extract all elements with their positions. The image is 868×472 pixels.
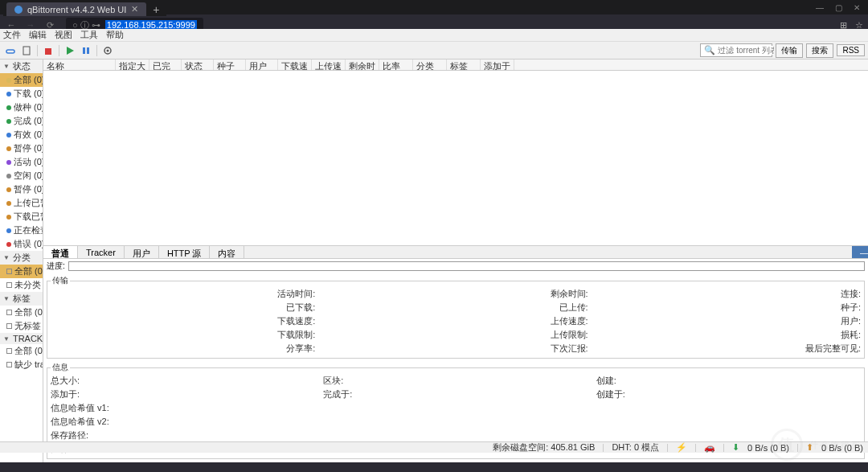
statusbar: 剩余磁盘空间: 405.81 GiB DHT: 0 模点 ⚡ 🚗 ⬇ 0 B/s… [0, 441, 868, 453]
sidebar-item-label: 下载已暂停 (0) [14, 211, 43, 223]
info-label: 连接: [596, 288, 861, 300]
upload-arrow-icon: ⬆ [806, 442, 813, 453]
sidebar-item-label: 全部 (0) [14, 265, 43, 277]
maximize-button[interactable]: ▢ [835, 3, 842, 12]
panel-search-button[interactable]: 搜索 [806, 43, 833, 58]
column-header[interactable]: 指定大小 [116, 60, 149, 70]
info-label: 损耗: [596, 329, 861, 341]
sidebar-item[interactable]: 暂停 (0) [0, 183, 43, 196]
status-dot-icon [6, 215, 11, 220]
content-area: 名称指定大小已完成状态种子用户下载速度上传速度剩余时间比率分类标签添加于 普通T… [43, 60, 868, 462]
info-label: 用户: [596, 315, 861, 327]
sidebar-item[interactable]: 下载已暂停 (0) [0, 210, 43, 224]
info-legend: 信息 [51, 362, 70, 373]
column-header[interactable]: 名称 [43, 60, 116, 70]
sidebar-item[interactable]: 完成 (0) [0, 114, 43, 128]
info-label [596, 416, 861, 428]
sidebar-item[interactable]: 有效 (0) [0, 128, 43, 142]
column-header[interactable]: 标签 [447, 60, 481, 70]
delete-button[interactable] [41, 43, 55, 58]
sidebar-item-label: 无标签 (0) [14, 320, 43, 332]
new-tab-button[interactable]: + [146, 3, 166, 16]
column-header[interactable]: 种子 [214, 60, 246, 70]
sidebar-item-label: 做种 (0) [14, 101, 43, 113]
sidebar-item[interactable]: 未分类 (0) [0, 278, 43, 292]
status-down-speed: 0 B/s (0 B) [747, 443, 789, 453]
menu-help[interactable]: 帮助 [106, 29, 124, 41]
column-header[interactable]: 剩余时间 [346, 60, 379, 70]
sidebar-tracker-header[interactable]: ▼TRACKER [0, 333, 43, 344]
filter-input[interactable] [718, 46, 774, 55]
column-header[interactable]: 已完成 [149, 60, 182, 70]
status-alt-speed-icon[interactable]: 🚗 [704, 442, 715, 453]
svg-rect-4 [83, 47, 85, 54]
download-arrow-icon: ⬇ [732, 442, 739, 453]
sidebar-item[interactable]: 下载 (0) [0, 87, 43, 101]
sidebar-item[interactable]: 做种 (0) [0, 101, 43, 114]
column-header[interactable]: 用户 [246, 60, 278, 70]
sidebar-item[interactable]: 暂停 (0) [0, 142, 43, 155]
info-label: 活动时间: [51, 288, 315, 300]
collapse-details-button[interactable]: — [852, 246, 868, 258]
menu-view[interactable]: 视图 [55, 29, 72, 41]
resume-button[interactable] [63, 43, 77, 58]
settings-button[interactable] [100, 43, 115, 58]
tab-title: qBittorrent v4.4.2 Web UI [27, 5, 126, 14]
detail-tab[interactable]: 普通 [43, 246, 78, 258]
add-torrent-link-button[interactable] [3, 43, 18, 58]
torrent-list[interactable] [43, 71, 868, 245]
sidebar-item[interactable]: 空闲 (0) [0, 169, 43, 183]
qbittorrent-icon [14, 6, 23, 14]
column-header[interactable]: 上传速度 [312, 60, 346, 70]
main-split: ▼状态 全部 (0)下载 (0)做种 (0)完成 (0)有效 (0)暂停 (0)… [0, 60, 868, 462]
sidebar-tags-header[interactable]: ▼标签 [0, 292, 43, 306]
folder-icon [6, 323, 12, 329]
browser-tab[interactable]: qBittorrent v4.4.2 Web UI ✕ [6, 2, 146, 16]
column-header[interactable]: 比率 [379, 60, 413, 70]
window-controls: — ▢ ✕ [816, 3, 866, 12]
panel-transfer-button[interactable]: 传输 [776, 43, 803, 58]
sidebar-category-header[interactable]: ▼分类 [0, 251, 43, 265]
browser-bottom-scrollbar[interactable] [0, 462, 868, 472]
add-torrent-file-button[interactable] [19, 43, 34, 58]
folder-icon [6, 282, 12, 288]
sidebar: ▼状态 全部 (0)下载 (0)做种 (0)完成 (0)有效 (0)暂停 (0)… [0, 60, 43, 462]
sidebar-item[interactable]: 无标签 (0) [0, 319, 43, 333]
sidebar-item[interactable]: 错误 (0) [0, 237, 43, 251]
sidebar-item[interactable]: 活动 (0) [0, 155, 43, 169]
column-header[interactable]: 状态 [182, 60, 214, 70]
menu-file[interactable]: 文件 [3, 29, 21, 41]
sidebar-item[interactable]: 全部 (0) [0, 306, 43, 319]
sidebar-item[interactable]: 全部 (0) [0, 344, 43, 358]
sidebar-item[interactable]: 正在检查 (0) [0, 224, 43, 237]
detail-tab[interactable]: 内容 [210, 246, 244, 258]
menubar: 文件 编辑 视图 工具 帮助 [0, 29, 868, 42]
sidebar-item[interactable]: 缺少 tracker (0) [0, 358, 43, 371]
status-dot-icon [6, 160, 11, 165]
menu-tools[interactable]: 工具 [80, 29, 98, 41]
detail-tab[interactable]: HTTP 源 [159, 246, 211, 258]
pause-button[interactable] [79, 43, 93, 58]
sidebar-item[interactable]: 全部 (0) [0, 265, 43, 278]
detail-tab[interactable]: Tracker [78, 246, 125, 258]
panel-rss-button[interactable]: RSS [837, 44, 865, 56]
detail-tab[interactable]: 用户 [125, 246, 159, 258]
progress-bar [68, 261, 865, 271]
filter-box[interactable]: 🔍 [700, 43, 772, 57]
menu-edit[interactable]: 编辑 [29, 29, 47, 41]
sidebar-status-header[interactable]: ▼状态 [0, 60, 43, 73]
close-button[interactable]: ✕ [854, 3, 860, 12]
sidebar-item-label: 暂停 (0) [14, 142, 43, 154]
sidebar-item[interactable]: 全部 (0) [0, 73, 43, 87]
column-header[interactable]: 分类 [413, 60, 447, 70]
tab-close-icon[interactable]: ✕ [131, 4, 138, 14]
sidebar-item-label: 有效 (0) [14, 129, 43, 141]
info-label: 上传限制: [323, 329, 588, 341]
sidebar-item[interactable]: 上传已暂停 (0) [0, 196, 43, 210]
minimize-button[interactable]: — [816, 3, 824, 12]
info-label: 添加于: [51, 388, 315, 400]
info-label: 分享率: [51, 343, 315, 355]
column-header[interactable]: 添加于 [481, 60, 514, 70]
torrent-list-headers: 名称指定大小已完成状态种子用户下载速度上传速度剩余时间比率分类标签添加于 [43, 60, 868, 71]
column-header[interactable]: 下载速度 [278, 60, 312, 70]
